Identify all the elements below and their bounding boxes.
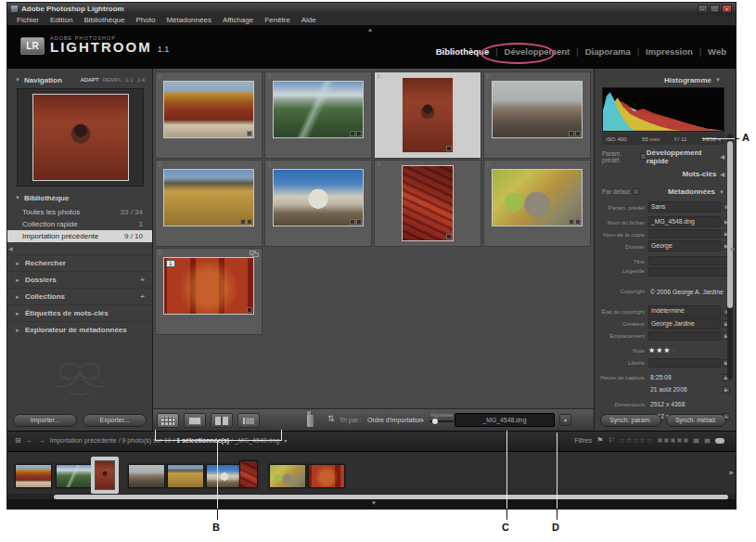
sidebar-section-explorateur-de-métadonnées[interactable]: ►Explorateur de métadonnées [7,321,152,338]
photo-thumbnail-apples[interactable] [492,169,583,226]
keywords-header[interactable]: Mots-clés◀ [602,168,724,180]
export-button[interactable]: Exporter... [83,414,147,427]
badge-icon[interactable] [356,131,362,136]
sync-settings-button[interactable]: Synch. param. [600,414,661,427]
grid-cell-stupa[interactable]: ⚐ [264,160,372,247]
photo-thumbnail-red-door[interactable] [402,77,454,153]
color-label-filters[interactable] [658,438,688,443]
top-panel-collapse-icon[interactable]: ▲ [367,27,373,32]
grid-cell-river-valley[interactable]: ⚐ [264,71,372,159]
cell-flag-icon[interactable]: ⚐ [267,73,272,80]
filter-misc-icon[interactable] [693,438,699,444]
loupe-view-button[interactable] [184,413,206,428]
filmstrip-thumb-river-valley[interactable] [56,464,93,488]
grid-cell-apples[interactable]: ⚐ [483,160,591,247]
filmstrip-next-icon[interactable]: ▶ [729,469,734,475]
filmstrip-thumb-red-fabric[interactable] [239,460,258,488]
badge-icon[interactable] [446,234,452,239]
cell-flag-icon[interactable]: ⚐ [486,161,491,168]
zoom-level-1[interactable]: REMPL [103,77,122,83]
breadcrumb-dropdown-icon[interactable]: ▾ [284,437,287,444]
sort-direction-icon[interactable]: ⇅ [327,414,335,423]
filename-field[interactable]: _MG_4548.dng [455,413,555,427]
filters-toggle-icon[interactable] [715,438,724,444]
badge-icon[interactable] [247,307,252,313]
add-icon[interactable]: + [140,276,145,284]
filmstrip-thumb-stupa[interactable] [206,464,243,488]
zoom-level-0[interactable]: ADAPT [81,77,99,83]
filmstrip-selected-frame[interactable] [91,457,119,494]
sidebar-section-dossiers[interactable]: ►Dossiers+ [7,271,152,288]
spray-can-icon[interactable] [307,415,314,427]
sidebar-section-collections[interactable]: ►Collections+ [7,288,152,304]
rating-filter-stars[interactable]: ☆☆☆☆☆ [620,437,653,445]
filter-star-icon[interactable]: ☆ [639,437,646,444]
photo-thumbnail-red-panels[interactable]: 1 [163,257,254,315]
color-label-chip[interactable] [671,438,675,443]
menu-item-fichier[interactable]: Fichier [11,16,45,24]
close-button[interactable]: × [722,5,732,13]
menu-item-affichage[interactable]: Affichage [217,16,259,24]
color-label-chip[interactable] [664,438,669,443]
sidebar-item-importation-pr-c-dente[interactable]: Importation précédente9 / 10 [7,230,152,242]
menu-item-edition[interactable]: Edition [45,16,78,24]
color-label-chip[interactable] [677,438,682,443]
metadata-value[interactable]: Indéterminé [648,305,721,316]
menu-item-photo[interactable]: Photo [131,16,161,24]
menu-item-mtadonnes[interactable]: Métadonnées [160,16,216,24]
tab-diaporama[interactable]: Diaporama [585,46,631,57]
photo-thumbnail-red-fabric[interactable] [402,165,454,241]
tab-impression[interactable]: Impression [646,46,693,57]
navigator-preview[interactable] [17,88,144,187]
metadata-value[interactable] [648,229,721,239]
metadata-header[interactable]: Par défaut Métadonnées▼ [602,186,724,198]
grid-cell-red-fabric[interactable]: ⚐ [374,160,481,247]
photo-thumbnail-river-valley[interactable] [273,81,364,138]
compare-view-button[interactable] [211,413,233,428]
zoom-level-2[interactable]: 1:1 [125,77,133,83]
cell-flag-icon[interactable]: ⚐ [158,161,162,168]
filter-star-icon[interactable]: ☆ [647,437,653,444]
grid-view-button[interactable] [157,413,179,428]
grid-cell-palace[interactable]: ⚐ [483,71,591,159]
histogram[interactable] [602,87,724,132]
badge-icon[interactable] [575,219,581,225]
cell-flag-icon[interactable]: ⚐ [377,73,381,80]
sidebar-item-toutes-les-photos[interactable]: Toutes les photos33 / 34 [7,206,152,218]
photo-thumbnail-palace[interactable] [492,81,583,138]
filmstrip-thumb-temple[interactable] [15,464,52,488]
grid-cell-grassland[interactable]: ⚐ [155,160,263,247]
metadata-value[interactable]: Sans [648,201,721,213]
metadata-value[interactable] [648,256,730,265]
star-icon[interactable]: ★ [663,346,671,355]
minimize-button[interactable]: – [698,5,708,13]
metadata-value[interactable]: George Jardine [648,318,721,329]
filmstrip-thumb-grassland[interactable] [167,464,204,488]
right-panel-scrollbar[interactable] [727,134,733,380]
star-off-icon[interactable]: ∙ [674,346,677,355]
metadata-preset-icon[interactable] [633,188,639,195]
flag-pick-icon[interactable]: ⚑ [596,436,603,445]
navigator-header[interactable]: ▼ Navigation ADAPTREMPL1:11:4 [7,73,152,86]
maximize-button[interactable]: □ [710,5,720,13]
go-to-grid-icon[interactable]: ⊞ [15,436,21,445]
grid-cell-red-panels[interactable]: ⚐1 [155,248,263,335]
cell-flag-icon[interactable]: ⚐ [377,161,381,168]
badge-icon[interactable] [575,131,581,136]
filmstrip-thumb-red-door[interactable] [95,460,115,490]
metadata-value[interactable]: _MG_4548.dng [648,216,721,227]
cell-flag-icon[interactable]: ⚐ [486,73,491,80]
left-panel-collapse-icon[interactable]: ◀ [8,245,13,252]
bottom-panel-collapse-icon[interactable]: ▼ [371,500,377,506]
cell-flag-icon[interactable]: ⚐ [158,250,162,256]
badge-icon[interactable] [446,146,452,151]
back-arrow-icon[interactable]: ← [26,436,33,445]
badge-icon[interactable] [240,219,246,225]
sidebar-item-collection-rapide[interactable]: Collection rapide1 [7,218,152,230]
badge-icon[interactable] [569,219,574,225]
sort-value[interactable]: Ordre d'importation [367,417,423,423]
metadata-value[interactable]: George [648,240,721,252]
sidebar-section-rechercher[interactable]: ►Rechercher [7,254,152,271]
add-icon[interactable]: + [140,292,145,301]
sidebar-section-étiquettes-de-mots-clés[interactable]: ►Étiquettes de mots-clés [7,304,152,321]
